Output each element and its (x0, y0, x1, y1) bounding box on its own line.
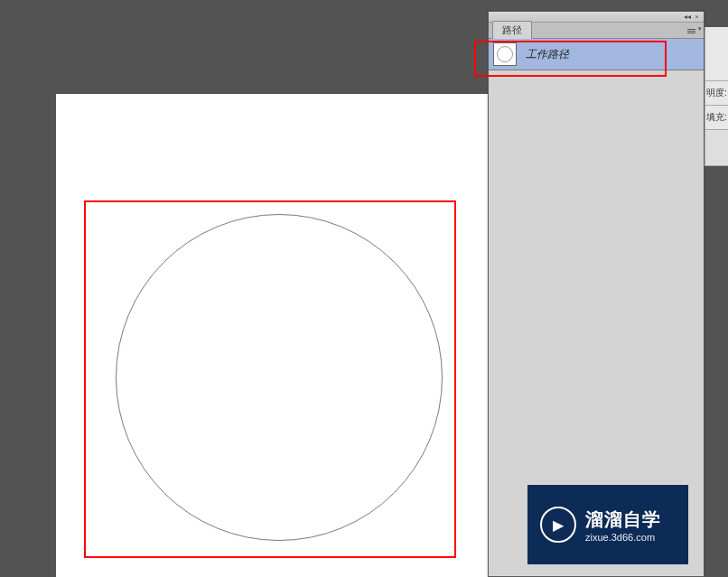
side-item-opacity[interactable]: 明度: (705, 81, 728, 106)
path-item-work-path[interactable]: 工作路径 (489, 39, 704, 70)
side-panel: 明度: 填充: (705, 27, 728, 166)
watermark-url: zixue.3d66.com (585, 532, 661, 543)
close-icon[interactable]: × (693, 14, 701, 21)
side-item-fill[interactable]: 填充: (705, 106, 728, 130)
collapse-icon[interactable]: ◂◂ (683, 14, 691, 21)
watermark-title: 溜溜自学 (585, 507, 661, 532)
side-strip (705, 27, 728, 81)
watermark: ▶ 溜溜自学 zixue.3d66.com (527, 485, 688, 564)
watermark-text: 溜溜自学 zixue.3d66.com (585, 507, 661, 543)
ellipse-path[interactable] (116, 214, 443, 541)
panel-menu-icon[interactable] (687, 25, 700, 36)
side-item-blank (705, 130, 728, 166)
tab-bar: 路径 (489, 23, 704, 39)
tab-paths[interactable]: 路径 (492, 21, 532, 39)
play-icon: ▶ (540, 507, 576, 543)
path-label: 工作路径 (526, 47, 569, 62)
path-thumbnail (493, 42, 517, 66)
